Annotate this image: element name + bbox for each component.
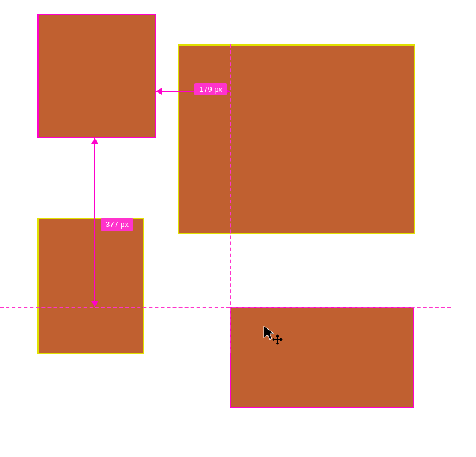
- measure-badge-horizontal: 179 px: [194, 83, 227, 95]
- smart-guide-vertical: [230, 44, 231, 353]
- shape-rect-large-right[interactable]: [178, 44, 415, 234]
- shape-rect-top-left[interactable]: [37, 14, 156, 138]
- measure-arrow-left: [156, 88, 162, 95]
- measure-arrow-down: [91, 301, 98, 307]
- measure-line-vertical: [94, 138, 95, 307]
- measure-badge-vertical: 377 px: [101, 218, 133, 231]
- smart-guide-horizontal: [0, 307, 451, 308]
- shape-rect-bottom-left[interactable]: [37, 218, 144, 354]
- shape-rect-bottom-right[interactable]: [230, 307, 414, 408]
- measure-arrow-up: [91, 138, 98, 144]
